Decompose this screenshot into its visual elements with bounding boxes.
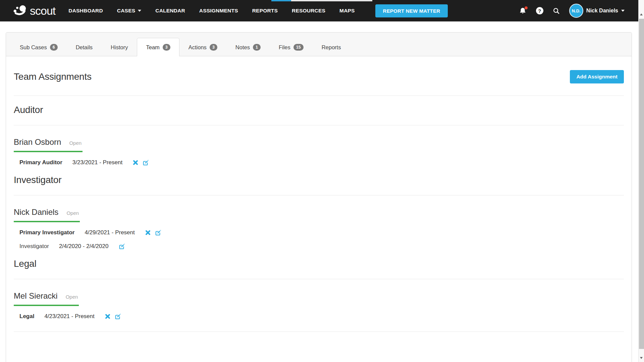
add-assignment-button[interactable]: Add Assignment [570, 70, 624, 83]
member-assignments: Primary Investigator 4/29/2021 - Present… [14, 229, 624, 250]
navbar-right-cluster: ? N.D. Nick Daniels [519, 4, 625, 18]
x-icon [145, 230, 151, 235]
assignment-row: Investigator 2/4/2020 - 2/4/2020 [19, 243, 624, 250]
edit-icon [119, 243, 125, 250]
nav-item-resources[interactable]: RESOURCES [285, 0, 332, 21]
nav-item-calendar[interactable]: CALENDAR [148, 0, 192, 21]
member-status: Open [69, 140, 82, 146]
tab-label: Team [146, 44, 159, 51]
nav-item-maps[interactable]: MAPS [332, 0, 362, 21]
page-load-progress-bar [271, 0, 372, 1]
assignment-row: Primary Investigator 4/29/2021 - Present [19, 229, 624, 236]
tab-reports[interactable]: Reports [313, 38, 350, 56]
scrollbar-thumb[interactable] [639, 19, 644, 349]
chevron-down-icon [621, 10, 625, 12]
role-heading: Legal [14, 258, 624, 269]
tab-details[interactable]: Details [67, 38, 102, 56]
nav-item-label: MAPS [339, 8, 355, 14]
member-name: Nick Daniels [14, 207, 58, 217]
team-member: Mel SierackiOpen Legal 4/23/2021 - Prese… [14, 279, 624, 320]
user-menu[interactable]: N.D. Nick Daniels [569, 4, 625, 18]
tab-label: Details [76, 44, 93, 51]
tab-actions[interactable]: Actions 3 [179, 38, 226, 56]
team-member: Nick DanielsOpen Primary Investigator 4/… [14, 195, 624, 250]
assignment-title: Investigator [19, 243, 49, 250]
tab-sub-cases[interactable]: Sub Cases 6 [11, 38, 67, 56]
role-sections: Auditor Brian OsbornOpen Primary Auditor… [14, 105, 624, 320]
role-members: Nick DanielsOpen Primary Investigator 4/… [14, 195, 624, 250]
tab-notes[interactable]: Notes 1 [226, 38, 270, 56]
member-header: Brian OsbornOpen [14, 137, 83, 152]
user-name: Nick Daniels [586, 8, 618, 14]
help-button[interactable]: ? [536, 7, 543, 14]
report-new-matter-button[interactable]: REPORT NEW MATTER [375, 4, 448, 17]
avatar: N.D. [569, 4, 583, 18]
assignment-actions [145, 230, 161, 236]
remove-assignment-button[interactable] [145, 230, 151, 235]
tab-label: History [111, 44, 128, 51]
top-navbar: scout DASHBOARD CASES CALENDAR ASSIGNMEN… [0, 0, 644, 21]
notifications-button[interactable] [519, 7, 527, 15]
page-header: Team Assignments Add Assignment [14, 70, 624, 83]
case-panel: Sub Cases 6 Details History Team 3 Actio… [6, 32, 632, 362]
role-section: Legal Mel SierackiOpen Legal 4/23/2021 -… [14, 258, 624, 320]
page-title: Team Assignments [14, 71, 92, 82]
search-icon [553, 7, 560, 14]
nav-item-dashboard[interactable]: DASHBOARD [61, 0, 110, 21]
nav-item-label: ASSIGNMENTS [199, 8, 238, 14]
member-header: Nick DanielsOpen [14, 207, 80, 222]
edit-assignment-button[interactable] [115, 313, 121, 320]
edit-icon [115, 313, 121, 320]
tab-history[interactable]: History [102, 38, 137, 56]
nav-item-label: CASES [117, 8, 135, 14]
tab-files[interactable]: Files 15 [270, 38, 313, 56]
team-assignments-content: Team Assignments Add Assignment Auditor … [6, 56, 632, 332]
progress-done-segment [271, 0, 291, 1]
nav-item-label: RESOURCES [292, 8, 325, 14]
tab-label: Reports [322, 44, 341, 51]
assignment-dates: 4/23/2021 - Present [44, 313, 94, 320]
edit-assignment-button[interactable] [119, 243, 125, 250]
search-button[interactable] [553, 7, 560, 14]
assignment-title: Primary Auditor [19, 159, 62, 166]
assignment-actions [133, 160, 149, 166]
nav-item-label: DASHBOARD [68, 8, 103, 14]
member-status: Open [66, 294, 78, 300]
tab-team[interactable]: Team 3 [137, 38, 179, 56]
assignment-actions [119, 243, 125, 250]
member-name: Mel Sieracki [14, 291, 58, 300]
assignment-row: Legal 4/23/2021 - Present [19, 313, 624, 320]
assignment-dates: 2/4/2020 - 2/4/2020 [59, 243, 108, 250]
team-member: Brian OsbornOpen Primary Auditor 3/23/20… [14, 125, 624, 166]
assignment-dates: 4/29/2021 - Present [85, 229, 135, 236]
tab-label: Notes [235, 44, 250, 51]
header-divider [14, 96, 624, 96]
scroll-down-arrow-icon[interactable] [640, 357, 643, 359]
tab-bar: Sub Cases 6 Details History Team 3 Actio… [6, 33, 632, 56]
nav-item-assignments[interactable]: ASSIGNMENTS [192, 0, 245, 21]
member-status: Open [66, 210, 79, 216]
role-heading: Investigator [14, 175, 624, 185]
edit-icon [155, 230, 161, 236]
vertical-scrollbar[interactable] [638, 0, 644, 362]
assignment-actions [105, 313, 121, 320]
assignment-title: Primary Investigator [19, 229, 74, 236]
edit-assignment-button[interactable] [143, 160, 149, 166]
x-icon [105, 314, 110, 319]
nav-item-label: REPORTS [252, 8, 278, 14]
main-nav: DASHBOARD CASES CALENDAR ASSIGNMENTS REP… [61, 0, 362, 21]
app-logo[interactable]: scout [13, 4, 55, 17]
nav-item-reports[interactable]: REPORTS [245, 0, 285, 21]
tab-count-badge: 6 [50, 44, 58, 51]
remove-assignment-button[interactable] [133, 160, 138, 165]
chevron-down-icon [138, 10, 141, 12]
edit-assignment-button[interactable] [155, 230, 161, 236]
scroll-up-arrow-icon[interactable] [640, 13, 643, 15]
role-section: Auditor Brian OsbornOpen Primary Auditor… [14, 105, 624, 166]
member-assignments: Legal 4/23/2021 - Present [14, 313, 624, 320]
remove-assignment-button[interactable] [105, 314, 110, 319]
member-header: Mel SierackiOpen [14, 291, 79, 306]
nav-item-cases[interactable]: CASES [110, 0, 148, 21]
role-heading: Auditor [14, 105, 624, 115]
tab-count-badge: 3 [163, 44, 170, 51]
